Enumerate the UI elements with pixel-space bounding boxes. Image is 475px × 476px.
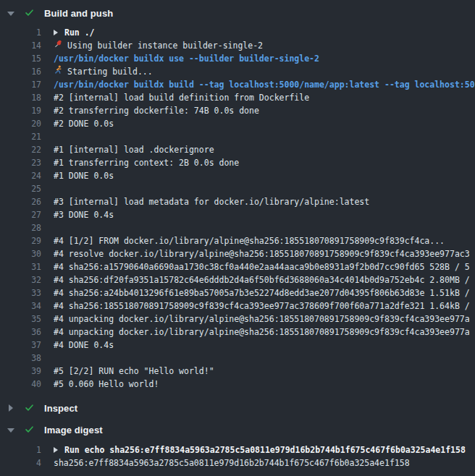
log-line: 26#3 [internal] load metadata for docker… [0, 195, 475, 208]
line-number[interactable]: 36 [0, 326, 41, 339]
line-number[interactable]: 15 [0, 52, 41, 65]
log-line-content: Using builder instance builder-single-2 [54, 39, 263, 52]
log-text: Run echo sha256:e7ff8834a5963a2785c5a081… [64, 443, 466, 456]
log-line-content: #4 unpacking docker.io/library/alpine@sh… [54, 326, 470, 339]
line-number[interactable]: 30 [0, 247, 41, 260]
line-number[interactable]: 34 [0, 299, 41, 313]
section-header-image-digest[interactable]: Image digest [0, 421, 475, 438]
check-icon [25, 401, 34, 415]
line-number[interactable]: 38 [0, 352, 41, 365]
log-line: 34#4 sha256:185518070891758909c9f839cf4c… [0, 299, 475, 313]
line-number[interactable]: 31 [0, 260, 41, 273]
log-line: 27#3 DONE 0.4s [0, 208, 475, 221]
line-number[interactable]: 35 [0, 313, 41, 326]
log-line-content: #2 [internal] load build definition from… [54, 91, 309, 104]
line-number[interactable]: 18 [0, 91, 41, 104]
expand-toggle-icon[interactable] [54, 447, 58, 453]
line-number[interactable]: 29 [0, 234, 41, 247]
log-text: Starting build... [67, 65, 153, 78]
log-text: sha256:e7ff8834a5963a2785c5a0811e979d16b… [54, 456, 410, 469]
line-number[interactable]: 14 [0, 39, 41, 52]
log-line: 1Run ./ [0, 26, 475, 39]
log-line-content: #5 0.060 Hello world! [54, 378, 159, 391]
line-number[interactable]: 1 [0, 443, 41, 456]
log-text: #4 resolve docker.io/library/alpine@sha2… [54, 247, 470, 260]
log-lines: 1Run echo sha256:e7ff8834a5963a2785c5a08… [0, 443, 475, 469]
line-number[interactable]: 27 [0, 208, 41, 221]
log-line: 14Using builder instance builder-single-… [0, 39, 475, 52]
line-number[interactable]: 23 [0, 156, 41, 169]
log-line: 20#2 DONE 0.0s [0, 117, 475, 130]
line-number[interactable]: 39 [0, 365, 41, 378]
line-number[interactable]: 17 [0, 78, 41, 91]
log-line: 37#4 DONE 0.4s [0, 339, 475, 352]
log-line-content: #4 sha256:a24bb4013296f61e89ba57005a7b3e… [54, 286, 470, 299]
log-text: /usr/bin/docker buildx build --tag local… [54, 78, 475, 91]
line-number[interactable]: 21 [0, 130, 41, 143]
log-line-content: #1 DONE 0.0s [54, 169, 114, 182]
log-line-content: #1 [internal] load .dockerignore [54, 143, 214, 156]
log-text: Run ./ [64, 26, 95, 39]
chevron-down-icon[interactable] [7, 12, 14, 16]
log-line: 19#2 transferring dockerfile: 74B 0.0s d… [0, 104, 475, 117]
section-header-inspect[interactable]: Inspect [0, 399, 475, 417]
section-header-build-and-push[interactable]: Build and push [0, 4, 475, 22]
log-text: #2 DONE 0.0s [54, 117, 114, 130]
log-line-content: #1 transferring context: 2B 0.0s done [54, 156, 239, 169]
expand-toggle-icon[interactable] [54, 30, 58, 35]
line-number[interactable]: 20 [0, 117, 41, 130]
log-text: #4 DONE 0.4s [54, 339, 114, 352]
log-line: 38 [0, 352, 475, 365]
log-line-content: #4 [1/2] FROM docker.io/library/alpine@s… [54, 234, 445, 247]
section-title: Build and push [44, 8, 113, 19]
log-line: 17/usr/bin/docker buildx build --tag loc… [0, 78, 475, 91]
log-text: #1 [internal] load .dockerignore [54, 143, 214, 156]
log-line: 36#4 unpacking docker.io/library/alpine@… [0, 326, 475, 339]
log-line: 31#4 sha256:a15790640a6690aa1730c38cf0a4… [0, 260, 475, 273]
section-image-digest: Image digest 1Run echo sha256:e7ff8834a5… [0, 421, 475, 469]
line-number[interactable]: 32 [0, 273, 41, 286]
line-number[interactable]: 40 [0, 378, 41, 391]
check-icon [25, 423, 34, 437]
log-line: 35#4 unpacking docker.io/library/alpine@… [0, 313, 475, 326]
line-number[interactable]: 26 [0, 195, 41, 208]
log-line-content: #5 [2/2] RUN echo "Hello world!" [54, 365, 214, 378]
log-line: 18#2 [internal] load build definition fr… [0, 91, 475, 104]
line-number[interactable]: 4 [0, 456, 41, 469]
log-line-content: Run ./ [54, 26, 95, 39]
line-number[interactable]: 19 [0, 104, 41, 117]
line-number[interactable]: 33 [0, 286, 41, 299]
runner-icon [54, 65, 63, 78]
chevron-down-icon[interactable] [7, 428, 14, 433]
line-number[interactable]: 1 [0, 26, 41, 39]
log-line-content: #4 unpacking docker.io/library/alpine@sh… [54, 313, 470, 326]
log-line-content: #4 resolve docker.io/library/alpine@sha2… [54, 247, 470, 260]
line-number[interactable]: 25 [0, 182, 41, 195]
log-line-content: #4 sha256:185518070891758909c9f839cf4ca3… [54, 299, 470, 313]
check-icon [25, 7, 34, 20]
log-text: #2 transferring dockerfile: 74B 0.0s don… [54, 104, 259, 117]
workflow-log-viewer: Build and push 1Run ./14Using builder in… [0, 0, 475, 469]
line-number[interactable]: 28 [0, 221, 41, 234]
log-lines: 1Run ./14Using builder instance builder-… [0, 26, 475, 391]
line-number[interactable]: 22 [0, 143, 41, 156]
line-number[interactable]: 24 [0, 169, 41, 182]
line-number[interactable]: 37 [0, 339, 41, 352]
log-text: #4 sha256:a24bb4013296f61e89ba57005a7b3e… [54, 286, 470, 299]
log-line: 28 [0, 221, 475, 234]
log-line-content: #3 DONE 0.4s [54, 208, 114, 221]
log-line: 23#1 transferring context: 2B 0.0s done [0, 156, 475, 169]
chevron-right-icon[interactable] [9, 404, 13, 412]
log-line-content: #3 [internal] load metadata for docker.i… [54, 195, 369, 208]
log-line: 32#4 sha256:df20fa9351a15782c64e6dddb2d4… [0, 273, 475, 286]
line-number[interactable]: 16 [0, 65, 41, 78]
log-line-content: Starting build... [54, 65, 153, 78]
log-text: #4 [1/2] FROM docker.io/library/alpine@s… [54, 234, 445, 247]
log-line: 40#5 0.060 Hello world! [0, 378, 475, 391]
log-line-content: #4 sha256:a15790640a6690aa1730c38cf0a440… [54, 260, 470, 273]
log-line: 22#1 [internal] load .dockerignore [0, 143, 475, 156]
log-text: #4 unpacking docker.io/library/alpine@sh… [54, 313, 470, 326]
log-text: /usr/bin/docker buildx use --builder bui… [54, 52, 319, 65]
log-text: #5 [2/2] RUN echo "Hello world!" [54, 365, 214, 378]
log-line-content: Run echo sha256:e7ff8834a5963a2785c5a081… [54, 443, 466, 456]
